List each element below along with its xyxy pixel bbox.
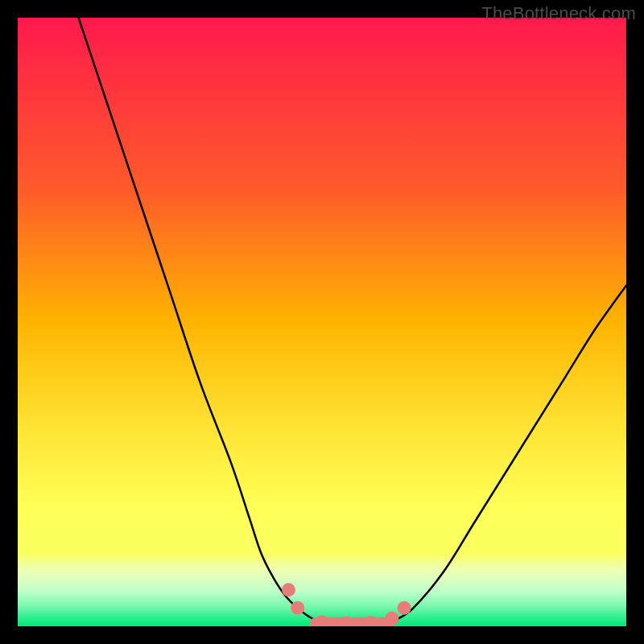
plot-area bbox=[18, 18, 626, 626]
marker-6 bbox=[398, 601, 411, 615]
watermark-text: TheBottleneck.com bbox=[481, 3, 636, 24]
chart-frame: TheBottleneck.com bbox=[0, 0, 644, 644]
chart-svg bbox=[18, 18, 626, 626]
marker-1 bbox=[291, 601, 304, 615]
marker-5 bbox=[385, 612, 398, 625]
marker-0 bbox=[282, 583, 295, 597]
